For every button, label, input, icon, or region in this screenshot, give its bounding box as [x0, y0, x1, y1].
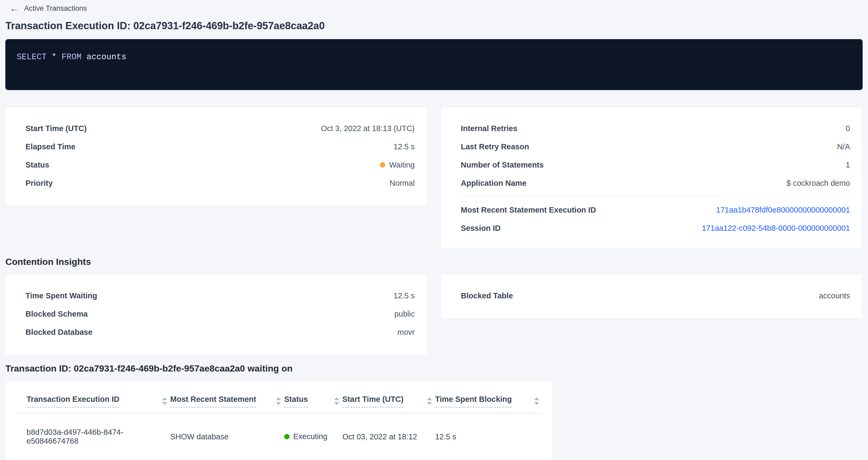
card-divider	[461, 196, 850, 197]
cell-most-recent-statement: SHOW database	[170, 413, 284, 460]
session-id-link[interactable]: 171aa122-c092-54b8-0000-000000000001	[702, 224, 850, 233]
info-label: Status	[26, 160, 49, 170]
blocked-table-value: accounts	[819, 292, 850, 300]
info-row-blocked-database: Blocked Database movr	[26, 323, 415, 341]
elapsed-time-value: 12.5 s	[394, 142, 415, 151]
sql-statement-box: SELECT * FROM accounts	[5, 39, 863, 90]
info-label: Start Time (UTC)	[26, 124, 87, 133]
statement-execution-id-link[interactable]: 171aa1b478fdf0e80000000000000001	[716, 206, 850, 214]
column-header-status[interactable]: Status	[284, 388, 342, 413]
status-waiting-dot-icon	[380, 162, 385, 167]
summary-card-right: Internal Retries 0 Last Retry Reason N/A…	[441, 107, 863, 248]
contention-insights-heading: Contention Insights	[5, 256, 863, 267]
waiting-on-heading: Transaction ID: 02ca7931-f246-469b-b2fe-…	[5, 363, 863, 374]
info-label: Blocked Table	[461, 292, 513, 300]
summary-section: Start Time (UTC) Oct 3, 2022 at 18:13 (U…	[5, 107, 863, 248]
status-value: Waiting	[380, 160, 415, 170]
info-row-application-name: Application Name $ cockroach demo	[461, 174, 850, 192]
sql-keyword: FROM	[61, 52, 81, 62]
last-retry-reason-value: N/A	[837, 142, 850, 151]
page-title: Transaction Execution ID: 02ca7931-f246-…	[5, 20, 863, 32]
cell-status: Executing	[284, 413, 342, 460]
sql-table-name: accounts	[82, 52, 126, 62]
info-label: Last Retry Reason	[461, 142, 529, 151]
column-header-start-time[interactable]: Start Time (UTC)	[342, 388, 435, 413]
info-label: Number of Statements	[461, 160, 544, 170]
waiting-on-table: Transaction Execution ID Most Recent Sta…	[16, 388, 542, 460]
info-row-priority: Priority Normal	[26, 174, 415, 192]
info-row-status: Status Waiting	[26, 156, 415, 174]
start-time-value: Oct 3, 2022 at 18:13 (UTC)	[321, 124, 415, 133]
column-header-transaction-execution-id[interactable]: Transaction Execution ID	[16, 388, 170, 413]
info-row-blocked-schema: Blocked Schema public	[26, 305, 415, 323]
status-text: Executing	[293, 432, 327, 441]
blocked-schema-value: public	[394, 310, 415, 318]
sql-statement: SELECT * FROM accounts	[17, 52, 851, 62]
info-row-time-spent-waiting: Time Spent Waiting 12.5 s	[26, 286, 415, 305]
table-header-row: Transaction Execution ID Most Recent Sta…	[16, 388, 542, 413]
info-row-number-of-statements: Number of Statements 1	[461, 156, 850, 174]
column-header-most-recent-statement[interactable]: Most Recent Statement	[170, 388, 284, 413]
contention-section: Time Spent Waiting 12.5 s Blocked Schema…	[5, 274, 863, 355]
summary-card-left: Start Time (UTC) Oct 3, 2022 at 18:13 (U…	[5, 107, 427, 206]
column-header-label: Status	[284, 395, 308, 407]
page: ← Active Transactions Transaction Execut…	[0, 0, 868, 460]
arrow-left-icon: ←	[10, 4, 19, 13]
cell-transaction-execution-id: b8d7d03a-d497-446b-8474-e50846674768	[16, 413, 170, 460]
info-label: Blocked Database	[26, 328, 92, 337]
sort-icon	[162, 397, 167, 405]
status-executing-dot-icon	[284, 434, 289, 439]
internal-retries-value: 0	[846, 124, 850, 133]
table-row: b8d7d03a-d497-446b-8474-e50846674768 SHO…	[16, 413, 542, 460]
info-row-last-retry-reason: Last Retry Reason N/A	[461, 137, 850, 156]
info-label: Time Spent Waiting	[26, 292, 97, 300]
info-label: Application Name	[461, 179, 526, 188]
info-label: Internal Retries	[461, 124, 517, 133]
info-row-internal-retries: Internal Retries 0	[461, 119, 850, 137]
sort-icon	[276, 397, 281, 405]
time-spent-waiting-value: 12.5 s	[394, 292, 415, 300]
info-label: Priority	[26, 179, 53, 188]
waiting-on-table-card: Transaction Execution ID Most Recent Sta…	[5, 381, 553, 460]
contention-card-left: Time Spent Waiting 12.5 s Blocked Schema…	[5, 274, 427, 355]
info-label: Session ID	[461, 224, 500, 233]
column-header-label: Most Recent Statement	[170, 395, 256, 407]
column-header-label: Time Spent Blocking	[435, 395, 512, 407]
info-label: Elapsed Time	[26, 142, 75, 151]
info-label: Blocked Schema	[26, 310, 88, 318]
status-text: Waiting	[389, 160, 415, 170]
column-header-time-spent-blocking[interactable]: Time Spent Blocking	[435, 388, 542, 413]
info-row-statement-execution-id: Most Recent Statement Execution ID 171aa…	[461, 201, 850, 219]
info-row-start-time: Start Time (UTC) Oct 3, 2022 at 18:13 (U…	[26, 119, 415, 137]
sql-text: *	[46, 52, 62, 62]
number-of-statements-value: 1	[846, 160, 850, 170]
cell-start-time: Oct 03, 2022 at 18:12	[342, 413, 435, 460]
sort-icon	[427, 397, 432, 405]
application-name-value: $ cockroach demo	[786, 179, 850, 188]
info-row-elapsed-time: Elapsed Time 12.5 s	[26, 137, 415, 156]
back-link-label: Active Transactions	[24, 4, 87, 12]
cell-time-spent-blocking: 12.5 s	[435, 413, 542, 460]
blocked-database-value: movr	[398, 328, 415, 337]
column-header-label: Start Time (UTC)	[342, 395, 403, 407]
info-row-blocked-table: Blocked Table accounts	[461, 286, 850, 305]
back-to-active-transactions-link[interactable]: ← Active Transactions	[10, 3, 87, 13]
column-header-label: Transaction Execution ID	[27, 395, 119, 407]
info-row-session-id: Session ID 171aa122-c092-54b8-0000-00000…	[461, 219, 850, 237]
info-label: Most Recent Statement Execution ID	[461, 206, 596, 214]
sort-icon	[534, 397, 539, 405]
sort-icon	[334, 397, 339, 405]
contention-card-right: Blocked Table accounts	[441, 274, 863, 318]
sql-keyword: SELECT	[17, 52, 46, 62]
priority-value: Normal	[390, 179, 415, 188]
